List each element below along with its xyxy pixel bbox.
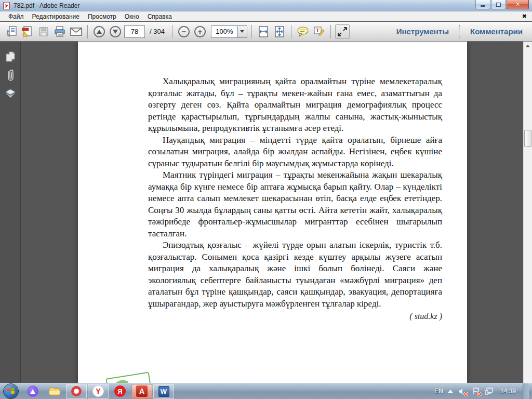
scrollbar-thumb[interactable] xyxy=(524,130,531,147)
taskbar-item-explorer[interactable] xyxy=(44,384,65,399)
comment-bubble-icon xyxy=(297,26,309,37)
action-center-icon[interactable] xyxy=(471,387,480,395)
alice-icon xyxy=(27,385,38,397)
minimize-button[interactable] xyxy=(475,0,490,9)
fullscreen-button[interactable] xyxy=(335,24,350,39)
previous-page-button[interactable] xyxy=(92,24,107,39)
windows-logo-icon xyxy=(7,388,15,395)
page-thumbnails-icon xyxy=(5,50,16,63)
close-document-icon[interactable]: ✖ xyxy=(522,13,527,20)
restore-icon xyxy=(496,3,501,7)
toolbar-separator xyxy=(172,25,172,38)
minimize-icon xyxy=(481,5,485,7)
alert-badge xyxy=(477,392,482,396)
network-icon[interactable] xyxy=(485,387,494,395)
window-controls: ✕ xyxy=(475,0,529,9)
open-file-icon xyxy=(5,25,18,38)
toolbar-separator xyxy=(330,25,331,38)
page-total-label: / 304 xyxy=(150,28,165,35)
page-thumbnails-button[interactable] xyxy=(4,50,17,63)
zoom-in-icon: + xyxy=(198,28,203,35)
paragraph: Науқандық миграция – міндетті түрде қайт… xyxy=(148,135,442,170)
adobe-reader-app-icon xyxy=(3,2,11,9)
fit-width-button[interactable] xyxy=(256,24,271,39)
title-bar: 782.pdf - Adobe Reader ✕ xyxy=(0,0,532,11)
page-number-input[interactable] xyxy=(124,25,145,38)
taskbar-item-adobe-reader[interactable]: A xyxy=(131,384,152,399)
menu-edit[interactable]: Редактирование xyxy=(28,12,84,21)
start-button[interactable] xyxy=(3,383,19,399)
document-workspace: Халықаралық миграцияның қайта оралмайтын… xyxy=(0,42,532,383)
next-page-button[interactable] xyxy=(108,24,123,39)
volume-muted-icon[interactable] xyxy=(458,387,467,395)
zoom-level-select[interactable]: 100% xyxy=(211,25,247,38)
scroll-up-button[interactable] xyxy=(524,42,532,50)
taskbar-item-yandex[interactable]: Я xyxy=(110,384,130,399)
language-indicator[interactable]: EN xyxy=(434,388,443,395)
zoom-out-button[interactable]: − xyxy=(177,24,191,39)
zoom-level-value: 100% xyxy=(211,25,238,38)
navigation-rail xyxy=(0,42,21,383)
next-page-icon xyxy=(113,30,118,34)
menu-window[interactable]: Окно xyxy=(121,12,143,21)
comments-panel-button[interactable]: Комментарии xyxy=(465,25,528,38)
vertical-scrollbar[interactable] xyxy=(523,42,532,383)
page-text: Халықаралық миграцияның қайта оралмайтын… xyxy=(148,76,442,323)
restore-button[interactable] xyxy=(491,0,506,9)
highlight-text-button[interactable]: T xyxy=(312,24,326,39)
close-button[interactable]: ✕ xyxy=(507,0,529,9)
previous-page-icon xyxy=(97,30,102,34)
create-pdf-icon xyxy=(21,25,34,38)
save-button[interactable] xyxy=(36,24,51,39)
desktop: 782.pdf - Adobe Reader ✕ Файл Редактиров… xyxy=(0,0,532,399)
zoom-dropdown-button[interactable] xyxy=(238,25,247,38)
create-pdf-button[interactable] xyxy=(20,24,35,39)
show-desktop-button[interactable] xyxy=(523,383,529,399)
fullscreen-icon xyxy=(337,26,348,37)
highlight-text-icon: T xyxy=(313,26,325,37)
paperclip-icon xyxy=(5,69,16,82)
adobe-reader-icon: A xyxy=(136,385,148,397)
taskbar-item-opera[interactable] xyxy=(66,384,87,399)
taskbar-item-alice[interactable] xyxy=(22,384,43,399)
taskbar: Y Я A W EN xyxy=(0,383,532,399)
mute-badge xyxy=(463,392,468,396)
toolbar-separator xyxy=(87,25,88,38)
add-comment-button[interactable] xyxy=(296,24,310,39)
email-icon xyxy=(70,26,83,37)
menu-file[interactable]: Файл xyxy=(4,12,28,21)
print-button[interactable] xyxy=(52,24,67,39)
print-icon xyxy=(54,25,66,38)
taskbar-item-yandex-browser[interactable]: Y xyxy=(88,384,109,399)
menu-bar: Файл Редактирование Просмотр Окно Справк… xyxy=(0,11,532,22)
yandex-icon: Я xyxy=(114,385,126,397)
opera-icon xyxy=(71,386,82,396)
taskbar-item-word[interactable]: W xyxy=(153,384,174,399)
fit-page-button[interactable] xyxy=(272,24,287,39)
open-file-button[interactable] xyxy=(4,24,19,39)
scroll-up-icon xyxy=(526,45,530,47)
zoom-out-icon: − xyxy=(182,28,187,35)
layers-icon xyxy=(4,88,17,100)
menu-help[interactable]: Справка xyxy=(143,12,176,21)
toolbar: / 304 − + 100% xyxy=(0,22,532,42)
clock[interactable]: 14:39 xyxy=(500,388,516,395)
attachments-button[interactable] xyxy=(4,69,17,82)
zoom-in-button[interactable]: + xyxy=(193,24,207,39)
layers-button[interactable] xyxy=(4,87,17,101)
folder-icon xyxy=(48,386,61,396)
system-tray: EN 14:3 xyxy=(434,383,531,399)
save-icon xyxy=(38,26,49,37)
chevron-down-icon xyxy=(240,30,244,33)
email-button[interactable] xyxy=(69,24,83,39)
pdf-page: Халықаралық миграцияның қайта оралмайтын… xyxy=(78,42,467,383)
toolbar-separator xyxy=(291,25,291,38)
fit-width-icon xyxy=(257,25,270,38)
show-hidden-icons-button[interactable] xyxy=(448,390,453,393)
tools-panel-button[interactable]: Инструменты xyxy=(391,25,454,38)
toolbar-separator xyxy=(459,25,460,38)
menu-view[interactable]: Просмотр xyxy=(84,12,121,21)
page-illustration xyxy=(105,372,151,383)
toolbar-right-panel: Инструменты Комментарии xyxy=(391,25,528,38)
yandex-browser-icon: Y xyxy=(92,385,104,397)
